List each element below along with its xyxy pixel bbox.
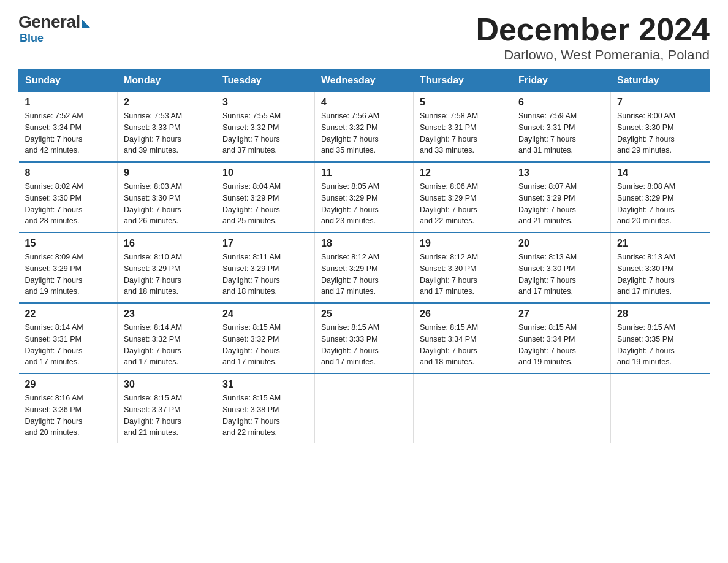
calendar-cell: 2 Sunrise: 7:53 AM Sunset: 3:33 PM Dayli… — [118, 91, 216, 162]
day-info: Sunrise: 7:55 AM Sunset: 3:32 PM Dayligh… — [222, 110, 308, 156]
calendar-cell: 11 Sunrise: 8:05 AM Sunset: 3:29 PM Dayl… — [315, 162, 414, 232]
day-number: 20 — [518, 238, 604, 249]
calendar-cell: 17 Sunrise: 8:11 AM Sunset: 3:29 PM Dayl… — [216, 232, 315, 303]
day-number: 9 — [124, 167, 210, 178]
day-number: 25 — [321, 308, 407, 320]
day-info: Sunrise: 8:00 AM Sunset: 3:30 PM Dayligh… — [617, 110, 703, 156]
calendar-cell — [315, 373, 414, 443]
calendar-cell: 29 Sunrise: 8:16 AM Sunset: 3:36 PM Dayl… — [19, 373, 118, 443]
header-wednesday: Wednesday — [315, 70, 414, 92]
calendar-week-row: 29 Sunrise: 8:16 AM Sunset: 3:36 PM Dayl… — [19, 373, 710, 443]
logo-arrow-icon — [82, 19, 90, 28]
calendar-cell: 25 Sunrise: 8:15 AM Sunset: 3:33 PM Dayl… — [315, 303, 414, 373]
day-info: Sunrise: 7:58 AM Sunset: 3:31 PM Dayligh… — [420, 110, 506, 156]
calendar-cell: 14 Sunrise: 8:08 AM Sunset: 3:29 PM Dayl… — [611, 162, 710, 232]
day-number: 6 — [518, 97, 604, 108]
day-info: Sunrise: 8:07 AM Sunset: 3:29 PM Dayligh… — [518, 181, 604, 227]
day-number: 3 — [222, 97, 308, 108]
day-info: Sunrise: 8:14 AM Sunset: 3:32 PM Dayligh… — [124, 322, 210, 368]
calendar-cell: 12 Sunrise: 8:06 AM Sunset: 3:29 PM Dayl… — [414, 162, 512, 232]
calendar-cell: 21 Sunrise: 8:13 AM Sunset: 3:30 PM Dayl… — [611, 232, 710, 303]
day-number: 17 — [222, 238, 308, 249]
header-sunday: Sunday — [19, 70, 118, 92]
calendar-cell: 28 Sunrise: 8:15 AM Sunset: 3:35 PM Dayl… — [611, 303, 710, 373]
day-info: Sunrise: 8:14 AM Sunset: 3:31 PM Dayligh… — [25, 322, 112, 368]
calendar-cell: 18 Sunrise: 8:12 AM Sunset: 3:29 PM Dayl… — [315, 232, 414, 303]
day-info: Sunrise: 8:16 AM Sunset: 3:36 PM Dayligh… — [25, 393, 112, 439]
calendar-cell: 16 Sunrise: 8:10 AM Sunset: 3:29 PM Dayl… — [118, 232, 216, 303]
day-info: Sunrise: 7:52 AM Sunset: 3:34 PM Dayligh… — [25, 110, 112, 156]
day-number: 21 — [617, 238, 703, 249]
day-number: 28 — [617, 308, 703, 320]
calendar-week-row: 1 Sunrise: 7:52 AM Sunset: 3:34 PM Dayli… — [19, 91, 710, 162]
day-number: 8 — [25, 167, 112, 178]
day-number: 10 — [222, 167, 308, 178]
calendar-table: SundayMondayTuesdayWednesdayThursdayFrid… — [18, 69, 710, 443]
day-number: 29 — [25, 379, 112, 390]
day-number: 24 — [222, 308, 308, 320]
day-info: Sunrise: 8:03 AM Sunset: 3:30 PM Dayligh… — [124, 181, 210, 227]
day-info: Sunrise: 8:15 AM Sunset: 3:38 PM Dayligh… — [222, 393, 308, 439]
calendar-cell: 7 Sunrise: 8:00 AM Sunset: 3:30 PM Dayli… — [611, 91, 710, 162]
day-info: Sunrise: 8:12 AM Sunset: 3:29 PM Dayligh… — [321, 251, 407, 297]
calendar-week-row: 15 Sunrise: 8:09 AM Sunset: 3:29 PM Dayl… — [19, 232, 710, 303]
day-number: 18 — [321, 238, 407, 249]
calendar-cell: 19 Sunrise: 8:12 AM Sunset: 3:30 PM Dayl… — [414, 232, 512, 303]
title-block: December 2024 Darlowo, West Pomerania, P… — [476, 12, 710, 63]
day-info: Sunrise: 7:53 AM Sunset: 3:33 PM Dayligh… — [124, 110, 210, 156]
day-info: Sunrise: 8:04 AM Sunset: 3:29 PM Dayligh… — [222, 181, 308, 227]
calendar-week-row: 22 Sunrise: 8:14 AM Sunset: 3:31 PM Dayl… — [19, 303, 710, 373]
day-number: 11 — [321, 167, 407, 178]
page-header: General Blue December 2024 Darlowo, West… — [18, 12, 710, 63]
calendar-cell: 4 Sunrise: 7:56 AM Sunset: 3:32 PM Dayli… — [315, 91, 414, 162]
day-info: Sunrise: 8:13 AM Sunset: 3:30 PM Dayligh… — [617, 251, 703, 297]
location-subtitle: Darlowo, West Pomerania, Poland — [476, 47, 710, 63]
logo-general-text: General — [18, 12, 80, 32]
day-info: Sunrise: 8:12 AM Sunset: 3:30 PM Dayligh… — [420, 251, 506, 297]
calendar-cell: 13 Sunrise: 8:07 AM Sunset: 3:29 PM Dayl… — [512, 162, 611, 232]
header-tuesday: Tuesday — [216, 70, 315, 92]
day-info: Sunrise: 8:15 AM Sunset: 3:32 PM Dayligh… — [222, 322, 308, 368]
calendar-cell: 22 Sunrise: 8:14 AM Sunset: 3:31 PM Dayl… — [19, 303, 118, 373]
day-number: 4 — [321, 97, 407, 108]
day-info: Sunrise: 8:02 AM Sunset: 3:30 PM Dayligh… — [25, 181, 112, 227]
day-info: Sunrise: 8:15 AM Sunset: 3:33 PM Dayligh… — [321, 322, 407, 368]
calendar-cell: 3 Sunrise: 7:55 AM Sunset: 3:32 PM Dayli… — [216, 91, 315, 162]
header-thursday: Thursday — [414, 70, 512, 92]
day-info: Sunrise: 8:06 AM Sunset: 3:29 PM Dayligh… — [420, 181, 506, 227]
day-info: Sunrise: 8:08 AM Sunset: 3:29 PM Dayligh… — [617, 181, 703, 227]
day-info: Sunrise: 8:15 AM Sunset: 3:37 PM Dayligh… — [124, 393, 210, 439]
day-number: 22 — [25, 308, 112, 320]
calendar-cell: 1 Sunrise: 7:52 AM Sunset: 3:34 PM Dayli… — [19, 91, 118, 162]
day-number: 23 — [124, 308, 210, 320]
calendar-week-row: 8 Sunrise: 8:02 AM Sunset: 3:30 PM Dayli… — [19, 162, 710, 232]
month-title: December 2024 — [476, 12, 710, 47]
day-info: Sunrise: 8:15 AM Sunset: 3:35 PM Dayligh… — [617, 322, 703, 368]
day-info: Sunrise: 8:09 AM Sunset: 3:29 PM Dayligh… — [25, 251, 112, 297]
day-number: 1 — [25, 97, 112, 108]
day-number: 14 — [617, 167, 703, 178]
calendar-cell: 15 Sunrise: 8:09 AM Sunset: 3:29 PM Dayl… — [19, 232, 118, 303]
calendar-cell — [512, 373, 611, 443]
day-number: 19 — [420, 238, 506, 249]
calendar-header-row: SundayMondayTuesdayWednesdayThursdayFrid… — [19, 70, 710, 92]
day-number: 26 — [420, 308, 506, 320]
day-info: Sunrise: 7:59 AM Sunset: 3:31 PM Dayligh… — [518, 110, 604, 156]
day-info: Sunrise: 8:05 AM Sunset: 3:29 PM Dayligh… — [321, 181, 407, 227]
logo: General Blue — [18, 12, 90, 45]
day-number: 5 — [420, 97, 506, 108]
calendar-cell: 23 Sunrise: 8:14 AM Sunset: 3:32 PM Dayl… — [118, 303, 216, 373]
day-number: 7 — [617, 97, 703, 108]
day-info: Sunrise: 8:11 AM Sunset: 3:29 PM Dayligh… — [222, 251, 308, 297]
calendar-cell: 5 Sunrise: 7:58 AM Sunset: 3:31 PM Dayli… — [414, 91, 512, 162]
calendar-cell: 26 Sunrise: 8:15 AM Sunset: 3:34 PM Dayl… — [414, 303, 512, 373]
header-saturday: Saturday — [611, 70, 710, 92]
calendar-cell: 6 Sunrise: 7:59 AM Sunset: 3:31 PM Dayli… — [512, 91, 611, 162]
day-number: 27 — [518, 308, 604, 320]
calendar-cell — [414, 373, 512, 443]
logo-blue-text: Blue — [20, 32, 44, 44]
calendar-cell: 10 Sunrise: 8:04 AM Sunset: 3:29 PM Dayl… — [216, 162, 315, 232]
header-monday: Monday — [118, 70, 216, 92]
calendar-cell: 8 Sunrise: 8:02 AM Sunset: 3:30 PM Dayli… — [19, 162, 118, 232]
day-number: 16 — [124, 238, 210, 249]
